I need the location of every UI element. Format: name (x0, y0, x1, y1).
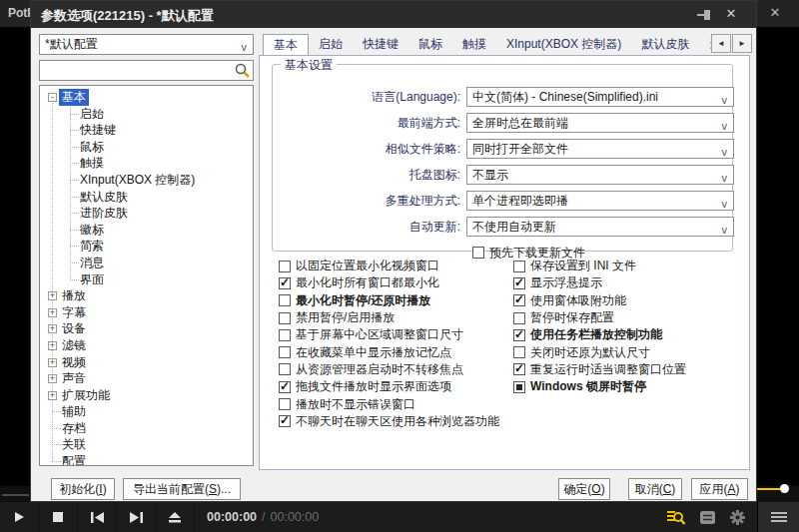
checkbox-box[interactable] (279, 398, 291, 410)
checkbox-box[interactable] (513, 312, 525, 324)
checkbox-box[interactable] (513, 261, 525, 272)
checkbox-box[interactable]: ✓ (513, 294, 525, 306)
tree-item-简索[interactable]: 简索 (40, 238, 253, 255)
tree-item-视频[interactable]: +视频 (40, 354, 253, 371)
expand-icon[interactable]: + (48, 324, 57, 333)
checkbox-最小化时所有窗口都最小化[interactable]: ✓最小化时所有窗口都最小化 (279, 274, 499, 291)
field-select[interactable]: 中文(简体) - Chinese(Simplified).iniv (466, 87, 734, 107)
checkbox-box[interactable]: ✓ (279, 277, 291, 289)
dialog-titlebar[interactable]: 参数选项(221215) - *默认配置 ✕ (31, 1, 756, 28)
checkbox-box[interactable] (279, 261, 291, 272)
cancel-button[interactable]: 取消(C) (628, 478, 682, 500)
checkbox-播放时不显示错误窗口[interactable]: 播放时不显示错误窗口 (279, 395, 499, 412)
checkbox-基于屏幕中心区域调整窗口尺寸[interactable]: 基于屏幕中心区域调整窗口尺寸 (279, 326, 499, 343)
checkbox-Windows 锁屏时暂停[interactable]: Windows 锁屏时暂停 (513, 378, 686, 395)
menu-icon[interactable] (771, 510, 787, 524)
pin-icon[interactable] (696, 8, 712, 22)
tree-item-辅助[interactable]: 辅助 (40, 403, 253, 420)
seekbar-track[interactable] (2, 494, 29, 496)
checkbox-显示浮悬提示[interactable]: ✓显示浮悬提示 (513, 274, 686, 291)
export-config-button[interactable]: 导出当前配置(S)... (123, 478, 241, 500)
checkbox-box[interactable] (279, 312, 291, 324)
field-select[interactable]: 不显示v (466, 165, 734, 185)
expand-icon[interactable]: + (48, 291, 57, 300)
stop-button[interactable] (39, 502, 78, 532)
checkbox-box[interactable] (513, 381, 525, 393)
dialog-close-icon[interactable]: ✕ (722, 6, 740, 21)
checkbox-在收藏菜单中显示播放记忆点[interactable]: 在收藏菜单中显示播放记忆点 (279, 343, 499, 360)
ok-button[interactable]: 确定(O) (558, 478, 610, 500)
tree-item-消息[interactable]: 消息 (40, 255, 253, 271)
checkbox-box[interactable]: ✓ (279, 415, 291, 427)
checkbox-不聊天时在聊天区使用各种浏览器功能[interactable]: ✓不聊天时在聊天区使用各种浏览器功能 (279, 413, 499, 430)
expand-icon[interactable]: + (48, 308, 57, 317)
apply-button[interactable]: 应用(A) (691, 478, 748, 500)
checkbox-保存设置到 INI 文件[interactable]: 保存设置到 INI 文件 (513, 258, 686, 274)
checkbox-重复运行时适当调整窗口位置[interactable]: ✓重复运行时适当调整窗口位置 (513, 361, 686, 378)
tree-item-鼠标[interactable]: 鼠标 (40, 139, 253, 156)
checkbox-box[interactable] (279, 363, 291, 375)
tab-基本[interactable]: 基本 (263, 34, 309, 56)
checkbox-最小化时暂停/还原时播放[interactable]: 最小化时暂停/还原时播放 (279, 292, 499, 309)
tab-鼠标[interactable]: 鼠标 (408, 34, 452, 55)
tree-item-快捷键[interactable]: 快捷键 (40, 122, 253, 139)
tree-item-进阶皮肤[interactable]: 进阶皮肤 (40, 205, 253, 222)
settings-button[interactable] (728, 509, 746, 525)
tab-快捷键[interactable]: 快捷键 (353, 34, 408, 55)
profile-select[interactable]: *默认配置 v (39, 34, 254, 55)
tab-启始[interactable]: 启始 (309, 34, 353, 55)
tree-item-关联[interactable]: 关联 (40, 436, 253, 453)
field-select[interactable]: 不使用自动更新v (466, 217, 734, 237)
checkbox-暂停时保存配置[interactable]: 暂停时保存配置 (513, 309, 686, 326)
tab-触摸[interactable]: 触摸 (452, 34, 496, 55)
tree-item-默认皮肤[interactable]: 默认皮肤 (40, 189, 253, 206)
tree-item-字幕[interactable]: +字幕 (40, 304, 253, 321)
field-select[interactable]: 全屏时总在最前端v (466, 113, 734, 133)
main-close-icon[interactable]: ✕ (765, 5, 785, 20)
search-input[interactable] (42, 62, 232, 79)
checkbox-关闭时还原为默认尺寸[interactable]: 关闭时还原为默认尺寸 (513, 343, 686, 360)
tree-item-配置[interactable]: 配置 (40, 453, 253, 466)
field-select[interactable]: 单个进程即选即播v (466, 191, 734, 211)
tab-scroll-left-button[interactable]: ◄ (711, 34, 731, 53)
eject-button[interactable] (156, 502, 195, 532)
tree-item-启始[interactable]: 启始 (40, 106, 253, 123)
search-icon[interactable] (234, 63, 250, 82)
tree-item-界面[interactable]: 界面 (40, 271, 253, 288)
checkbox-拖拽文件播放时显示界面选项[interactable]: ✓拖拽文件播放时显示界面选项 (279, 378, 499, 395)
checkbox-box[interactable]: ✓ (513, 277, 525, 289)
play-button[interactable] (0, 502, 39, 532)
tree-item-XInput(XBOX 控制器)[interactable]: XInput(XBOX 控制器) (40, 172, 253, 189)
tree-item-播放[interactable]: +播放 (40, 287, 253, 304)
tree-item-设备[interactable]: +设备 (40, 320, 253, 337)
checkbox-以固定位置最小化视频窗口[interactable]: 以固定位置最小化视频窗口 (279, 258, 499, 274)
checkbox-禁用暂停/启用播放[interactable]: 禁用暂停/启用播放 (279, 309, 499, 326)
playlist-search-button[interactable] (667, 509, 685, 525)
tree-item-触摸[interactable]: 触摸 (40, 155, 253, 172)
checkbox-使用任务栏播放控制功能[interactable]: ✓使用任务栏播放控制功能 (513, 326, 686, 343)
checkbox-box[interactable] (279, 346, 291, 358)
tree-item-基本[interactable]: -基本 (40, 89, 253, 106)
checkbox-从资源管理器启动时不转移焦点[interactable]: 从资源管理器启动时不转移焦点 (279, 361, 499, 378)
tab-XInput(XBOX 控制器)[interactable]: XInput(XBOX 控制器) (496, 34, 631, 55)
expand-icon[interactable]: + (48, 374, 57, 383)
expand-icon[interactable]: + (48, 341, 57, 350)
tree-item-滤镜[interactable]: +滤镜 (40, 337, 253, 354)
checkbox-使用窗体吸附功能[interactable]: ✓使用窗体吸附功能 (513, 292, 686, 309)
tree-item-徽标[interactable]: 徽标 (40, 222, 253, 239)
tab-scroll-right-button[interactable]: ► (732, 34, 752, 53)
initialize-button[interactable]: 初始化(I) (51, 478, 115, 500)
tree-item-声音[interactable]: +声音 (40, 370, 253, 387)
control-panel-button[interactable] (698, 509, 716, 525)
tab-默认皮肤[interactable]: 默认皮肤 (631, 34, 699, 55)
checkbox-box[interactable] (513, 346, 525, 358)
expand-icon[interactable]: + (48, 358, 57, 367)
tree-item-存档[interactable]: 存档 (40, 420, 253, 437)
collapse-icon[interactable]: - (48, 93, 57, 102)
checkbox-box[interactable]: ✓ (513, 329, 525, 341)
checkbox-box[interactable] (279, 329, 291, 341)
volume-knob[interactable] (780, 484, 789, 493)
next-button[interactable] (117, 502, 156, 532)
checkbox-box[interactable]: ✓ (513, 363, 525, 375)
checkbox-box[interactable] (279, 294, 291, 306)
